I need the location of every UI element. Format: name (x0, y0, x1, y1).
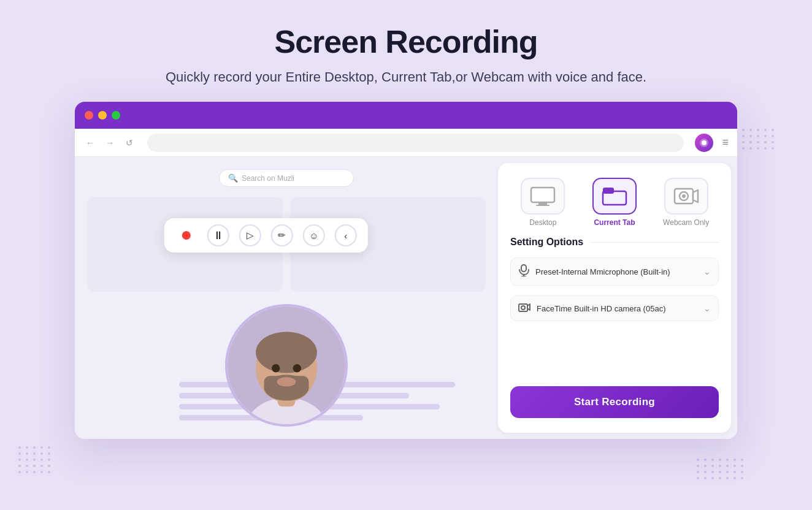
camera-dropdown-arrow[interactable]: ⌄ (703, 303, 711, 313)
microphone-setting-row[interactable]: Preset-Internal Mmicrophone (Built-in) ⌄ (510, 257, 719, 286)
svg-rect-13 (538, 202, 547, 205)
svg-point-8 (293, 364, 301, 372)
mode-desktop-icon-box (521, 178, 565, 215)
camera-icon (518, 302, 530, 314)
collapse-button[interactable]: ‹ (335, 224, 357, 246)
traffic-light-close[interactable] (85, 111, 93, 120)
settings-header: Setting Options (510, 237, 719, 248)
svg-point-19 (682, 194, 686, 198)
back-button[interactable]: ← (83, 136, 97, 150)
browser-extension-icon[interactable] (695, 134, 713, 152)
page-subtitle: Quickly record your Entire Desktop, Curr… (166, 67, 646, 87)
pause-button[interactable]: ⏸ (207, 224, 229, 246)
browser-toolbar: ← → ↺ ≡ (75, 129, 737, 157)
svg-rect-14 (536, 205, 550, 206)
svg-point-7 (272, 364, 280, 372)
pen-button[interactable]: ✏ (271, 224, 293, 246)
microphone-dropdown-arrow[interactable]: ⌄ (703, 267, 711, 276)
svg-point-24 (521, 306, 525, 310)
search-icon: 🔍 (228, 173, 238, 183)
decorative-dots-bottom-right (697, 459, 745, 479)
microphone-icon (518, 264, 529, 279)
face-button[interactable]: ☺ (303, 224, 325, 246)
camera-setting-row[interactable]: FaceTime Built-in HD camera (05ac) ⌄ (510, 295, 719, 321)
mode-tab-label: Current Tab (594, 218, 635, 227)
recording-toolbar: ⏸ ▷ ✏ ☺ ‹ (164, 218, 368, 253)
traffic-light-minimize[interactable] (98, 111, 107, 120)
search-placeholder: Search on Muzli (242, 174, 294, 183)
svg-rect-12 (531, 188, 554, 202)
svg-rect-16 (603, 188, 614, 194)
microphone-value: Preset-Internal Mmicrophone (Built-in) (535, 267, 697, 276)
current-tab-icon (602, 186, 627, 206)
mode-webcam-icon-box (664, 178, 708, 215)
mode-current-tab[interactable]: Current Tab (582, 178, 648, 227)
traffic-light-maximize[interactable] (112, 111, 120, 120)
forward-button[interactable]: → (103, 136, 117, 150)
svg-point-6 (256, 332, 317, 373)
browser-content: 🔍 Search on Muzli ⏸ ▷ ✏ ☺ ‹ (75, 157, 737, 439)
desktop-icon (530, 186, 556, 206)
camera-value: FaceTime Built-in HD camera (05ac) (537, 304, 697, 313)
mode-desktop[interactable]: Desktop (510, 178, 576, 227)
address-bar[interactable] (147, 134, 684, 152)
mode-webcam-label: Webcam Only (663, 218, 709, 227)
settings-divider (591, 242, 719, 243)
webcam-preview (225, 304, 348, 427)
refresh-button[interactable]: ↺ (123, 136, 136, 150)
muzli-search-bar[interactable]: 🔍 Search on Muzli (219, 169, 354, 187)
browser-titlebar (75, 102, 737, 129)
svg-point-11 (277, 377, 296, 386)
settings-title: Setting Options (510, 237, 583, 248)
cursor-button[interactable]: ▷ (239, 224, 261, 246)
webcam-icon (673, 186, 699, 206)
svg-rect-23 (519, 304, 527, 311)
webpage-area: 🔍 Search on Muzli ⏸ ▷ ✏ ☺ ‹ (75, 157, 498, 439)
mode-webcam-only[interactable]: Webcam Only (653, 178, 719, 227)
page-title: Screen Recording (166, 25, 646, 59)
decorative-dots-bottom-left (18, 446, 52, 473)
browser-menu-icon[interactable]: ≡ (722, 136, 729, 149)
header: Screen Recording Quickly record your Ent… (166, 0, 646, 87)
browser-window: ← → ↺ ≡ 🔍 Search on Muzli (75, 102, 737, 439)
record-button[interactable] (175, 224, 197, 246)
mode-selector: Desktop Current Tab (510, 178, 719, 227)
start-recording-button[interactable]: Start Recording (510, 386, 719, 418)
mode-desktop-label: Desktop (529, 218, 556, 227)
settings-panel: Desktop Current Tab (498, 163, 731, 433)
mode-tab-icon-box (592, 178, 637, 215)
svg-point-1 (702, 140, 707, 145)
svg-rect-20 (521, 265, 526, 272)
